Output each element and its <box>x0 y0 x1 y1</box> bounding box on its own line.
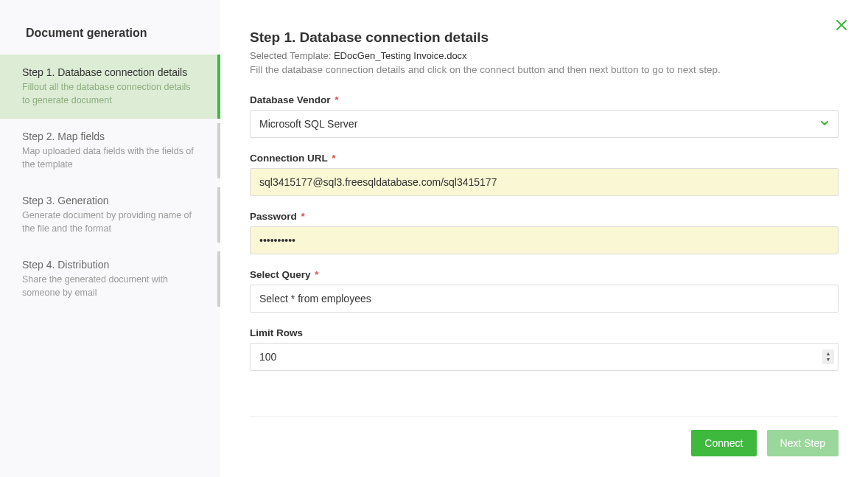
close-icon[interactable] <box>834 18 849 35</box>
step-item-2[interactable]: Step 2. Map fields Map uploaded data fie… <box>0 119 220 183</box>
required-mark: * <box>315 269 318 280</box>
number-spinner[interactable]: ▲ ▼ <box>822 349 834 364</box>
sidebar: Document generation Step 1. Database con… <box>0 0 220 477</box>
required-mark: * <box>335 94 338 105</box>
limit-input[interactable] <box>250 343 839 371</box>
step-item-1[interactable]: Step 1. Database connection details Fill… <box>0 55 220 119</box>
step-title: Step 1. Database connection details <box>22 66 200 78</box>
field-query: Select Query * <box>250 269 839 313</box>
sidebar-title: Document generation <box>0 0 220 55</box>
password-input[interactable] <box>250 226 839 254</box>
page-title: Step 1. Database connection details <box>250 29 839 46</box>
step-title: Step 2. Map fields <box>22 130 200 142</box>
step-title: Step 4. Distribution <box>22 259 200 271</box>
field-password: Password * <box>250 211 839 254</box>
selected-template: Selected Template: EDocGen_Testing Invoi… <box>250 50 839 61</box>
step-desc: Generate document by providing name of t… <box>22 209 200 235</box>
vendor-value: Microsoft SQL Server <box>259 118 357 130</box>
selected-template-label: Selected Template: <box>250 50 334 61</box>
url-input[interactable] <box>250 168 839 196</box>
footer: Connect Next Step <box>250 416 839 470</box>
main-panel: Step 1. Database connection details Sele… <box>220 0 868 477</box>
step-item-3[interactable]: Step 3. Generation Generate document by … <box>0 183 220 247</box>
connect-button[interactable]: Connect <box>691 430 756 456</box>
vendor-select[interactable]: Microsoft SQL Server <box>250 110 839 138</box>
step-desc: Share the generated document with someon… <box>22 274 200 299</box>
required-mark: * <box>332 153 335 164</box>
vendor-label: Database Vendor * <box>250 94 839 105</box>
password-label: Password * <box>250 211 839 222</box>
field-limit: Limit Rows ▲ ▼ <box>250 327 839 371</box>
chevron-down-icon: ▼ <box>826 357 831 363</box>
selected-template-name: EDocGen_Testing Invoice.docx <box>334 50 467 61</box>
step-title: Step 3. Generation <box>22 195 200 206</box>
query-input[interactable] <box>250 285 839 313</box>
step-desc: Fillout all the database connection deta… <box>22 81 200 107</box>
query-label: Select Query * <box>250 269 839 280</box>
instructions: Fill the database connection details and… <box>250 64 839 75</box>
url-label: Connection URL * <box>250 153 839 164</box>
required-mark: * <box>301 211 305 222</box>
step-item-4[interactable]: Step 4. Distribution Share the generated… <box>0 247 220 311</box>
chevron-down-icon <box>820 118 829 130</box>
field-url: Connection URL * <box>250 153 839 196</box>
step-desc: Map uploaded data fields with the fields… <box>22 145 200 171</box>
field-vendor: Database Vendor * Microsoft SQL Server <box>250 94 839 138</box>
chevron-up-icon: ▲ <box>826 351 831 357</box>
limit-label: Limit Rows <box>250 327 839 338</box>
next-step-button[interactable]: Next Step <box>767 430 839 456</box>
